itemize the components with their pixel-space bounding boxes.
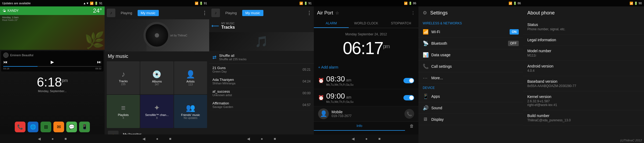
bluetooth-toggle[interactable]: OFF	[508, 41, 519, 46]
data-usage-icon: 📊	[423, 52, 431, 58]
tracks-header-bar: ⟵ MY MUSIC Tracks	[209, 19, 314, 32]
info-tab[interactable]: Info	[314, 122, 405, 131]
clock-widget: 6:18pm Monday, September...	[0, 73, 105, 95]
status-right-3: 📶 🔋 91	[299, 2, 312, 5]
recent-nav-2[interactable]: ■	[169, 137, 171, 141]
about-baseband[interactable]: Baseband version 8x55A-AAABQOAZM-2030280…	[523, 76, 644, 91]
app-icon-chat[interactable]: 💬	[66, 122, 77, 132]
track-item-0[interactable]: 21 Guns Green Day 05:21	[209, 64, 314, 76]
status-bar-2: 📶 🔋 91	[105, 0, 209, 6]
tab-world-clock[interactable]: WORLD CLOCK	[349, 19, 384, 28]
toggle-on-0[interactable]	[403, 78, 414, 83]
back-nav-2[interactable]: ◀	[142, 137, 145, 141]
clock-tabs: ALARM WORLD CLOCK STOPWATCH	[314, 19, 418, 28]
status-updates: Updates are available	[2, 2, 31, 5]
tracks-title-area: MY MUSIC Tracks	[221, 22, 312, 30]
my-music-title: My music	[105, 51, 209, 60]
about-android[interactable]: Android version 4.0.4	[523, 61, 644, 76]
app-bar-3: ♪ Playing My music ⋮	[209, 6, 314, 19]
about-model[interactable]: Model number M111i	[523, 46, 644, 61]
app-bar-2: ♪ Playing My music ⋮	[105, 6, 209, 19]
overflow-icon-3[interactable]: ⋮	[307, 10, 312, 16]
back-nav-3[interactable]: ◀	[247, 137, 250, 141]
settings-header: ⚙ Settings	[418, 6, 523, 19]
wifi-toggle[interactable]: ON	[510, 29, 519, 35]
settings-call[interactable]: 📞 Call settings	[418, 61, 523, 72]
contact-bar: 👤 Mobile 019-733-2677 📞	[314, 106, 418, 121]
grid-item-albums[interactable]: 💿 Albums 347	[140, 61, 173, 94]
home-nav-4[interactable]: ●	[365, 137, 367, 141]
alarm-time-1: 09:00 am Mo,Tu,We,Th,Fr,Sa,Su	[326, 92, 354, 103]
app-icons-row: 📞 🌐 ⊞ ✉ 💬 📱	[0, 119, 105, 134]
airport-overflow[interactable]: ⋮	[411, 10, 415, 16]
grid-item-playlists[interactable]: ≡ Playlists 4	[107, 95, 140, 128]
status-bar-3: 📶 🔋 91	[209, 0, 314, 6]
home-nav-2[interactable]: ●	[156, 137, 158, 141]
recent-nav-3[interactable]: ■	[274, 137, 276, 141]
tab-alarm[interactable]: ALARM	[314, 19, 349, 28]
settings-gear-icon: ⚙	[423, 10, 427, 16]
back-button-3[interactable]: ⟵	[211, 22, 219, 29]
about-build[interactable]: Build number ThilinaC@xda_pureness_13.0	[523, 110, 644, 126]
panel-tracks: 📶 🔋 91 ♪ Playing My music ⋮ ⟵ MY MUSIC T…	[209, 0, 314, 143]
track-info-3: Affirmation Savage Garden	[212, 101, 303, 108]
airport-star[interactable]: ☆	[335, 10, 339, 16]
app-icon-call[interactable]: 📱	[79, 122, 90, 132]
settings-bluetooth[interactable]: 📡 Bluetooth OFF	[418, 38, 523, 49]
grid-item-senseme[interactable]: ✦ SensMe™ chan... 8	[140, 95, 173, 128]
settings-more[interactable]: ⋯ More...	[418, 72, 523, 84]
shuffle-icon: ⇄	[212, 54, 216, 60]
grid-item-artists[interactable]: 👤 Artists 113	[174, 61, 207, 94]
weather-bg: Monday, 1:0am Real Feels 23° 🌿	[0, 15, 105, 50]
tab-playing-2[interactable]: Playing	[117, 10, 135, 16]
tab-mymusic-3[interactable]: My music	[242, 10, 263, 16]
play-button[interactable]: ▶	[51, 59, 54, 65]
track-item-1[interactable]: Ada Thaniyen Shihan Mihiranga 04:24	[209, 76, 314, 87]
time-elapsed: 03:18	[3, 67, 9, 70]
tab-stopwatch[interactable]: STOPWATCH	[384, 19, 418, 28]
app-icon-phone[interactable]: 📞	[15, 122, 25, 132]
music-notification[interactable]: Eminem Beautiful ⏮ ▶ ⏭ 03:18 09:32	[1, 51, 104, 72]
next-button[interactable]: ⏭	[97, 60, 101, 65]
app-icon-apps[interactable]: ⊞	[41, 122, 51, 132]
delete-tab[interactable]: 🗑	[405, 122, 418, 131]
status-right-5: 📶 🔋 86	[509, 2, 521, 5]
alarm-toggle-0[interactable]	[403, 78, 414, 83]
overflow-icon-2[interactable]: ⋮	[202, 10, 207, 16]
grid-item-friends[interactable]: 👥 Friends' music No updates	[174, 95, 207, 128]
tab-playing-3[interactable]: Playing	[222, 10, 240, 16]
back-nav-1[interactable]: ◀	[38, 137, 41, 141]
home-nav-3[interactable]: ●	[261, 137, 263, 141]
bluetooth-text: Bluetooth	[431, 41, 508, 46]
alarm-item-0[interactable]: ⏰ 08:30 am Mo,Tu,We,Th,Fr,Sa,Su	[314, 72, 418, 89]
home-nav-1[interactable]: ●	[51, 137, 54, 141]
back-nav-4[interactable]: ◀	[352, 137, 355, 141]
settings-apps[interactable]: 📱 Apps	[418, 91, 523, 102]
settings-wifi[interactable]: 📶 Wi-Fi ON	[418, 26, 523, 38]
track-item-3[interactable]: Affirmation Savage Garden 04:57	[209, 99, 314, 111]
app-icon-message[interactable]: ✉	[53, 122, 64, 132]
track-item-2[interactable]: af_success Unknown artist 00:00	[209, 87, 314, 99]
call-button[interactable]: 📞	[404, 109, 414, 119]
grid-item-tracks[interactable]: ♪ Tracks 235	[107, 61, 140, 94]
prev-button[interactable]: ⏮	[3, 60, 8, 65]
about-status[interactable]: Status Phone number, signal, etc.	[523, 19, 644, 35]
tab-mymusic-2[interactable]: My music	[138, 10, 159, 16]
vinyl-disc	[143, 22, 170, 49]
alarm-toggle-1[interactable]	[403, 95, 414, 100]
settings-data-usage[interactable]: 📊 Data usage	[418, 49, 523, 61]
toggle-on-1[interactable]	[403, 95, 414, 100]
add-alarm-button[interactable]: + Add alarm	[314, 62, 418, 72]
settings-sound[interactable]: 🔊 Sound	[418, 102, 523, 114]
app-icon-browser[interactable]: 🌐	[28, 122, 38, 132]
about-kernel[interactable]: Kernel version 2.6.32.9-v1.587 right-ef@…	[523, 91, 644, 110]
vinyl-hero: Port by ThilinaC	[105, 19, 209, 51]
recent-nav-1[interactable]: ■	[65, 137, 67, 141]
shuffle-row[interactable]: ⇄ Shuffle all Shuffle all 235 tracks	[209, 51, 314, 64]
alarm-item-1[interactable]: ⏰ 09:00 am Mo,Tu,We,Th,Fr,Sa,Su	[314, 89, 418, 106]
settings-display[interactable]: 🖥 Display	[418, 114, 523, 125]
recent-nav-4[interactable]: ■	[378, 137, 381, 141]
kandy-header: 🌤 KANDY 24°	[0, 6, 105, 15]
about-legal[interactable]: Legal information	[523, 35, 644, 46]
track-info-0: 21 Guns Green Day	[212, 66, 303, 73]
